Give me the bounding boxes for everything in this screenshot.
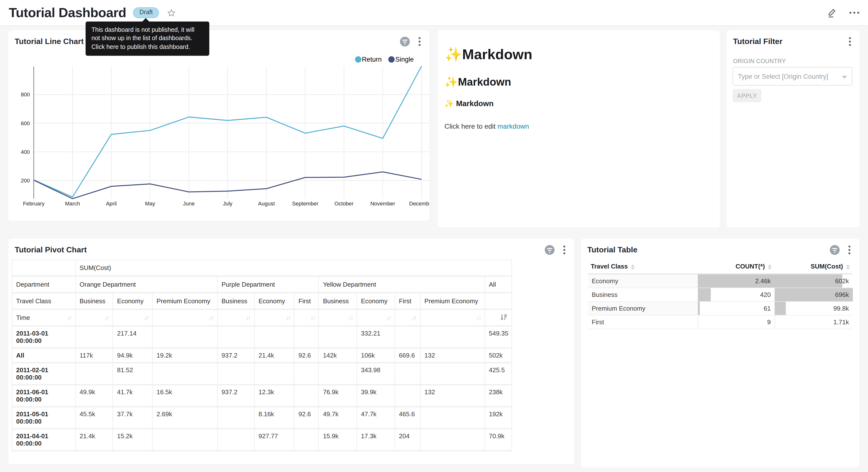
pivot-cell: 15.2k — [113, 429, 152, 451]
pivot-cell: 927.77 — [254, 429, 294, 451]
pivot-cell — [420, 407, 485, 429]
pivot-cell: 502k — [485, 348, 512, 363]
pivot-table: SUM(Cost)DepartmentOrange DepartmentPurp… — [12, 260, 512, 451]
table-card-icons — [830, 244, 852, 255]
page-title: Tutorial Dashboard — [9, 5, 126, 20]
sort-toggle-icon[interactable]: ↓↑ — [209, 314, 213, 321]
pivot-cell: 17.3k — [357, 429, 395, 451]
tutorial-table: Travel ClassCOUNT(*)SUM(Cost) Economy2.4… — [588, 259, 853, 329]
sort-toggle-icon[interactable]: ↓↑ — [412, 314, 416, 321]
pivot-cell: 39.9k — [357, 385, 395, 407]
sort-descending-icon[interactable] — [500, 314, 507, 321]
table-cell: Premium Economy — [588, 301, 698, 315]
pivot-cell: 47.7k — [357, 407, 395, 429]
pivot-class-header: Business — [75, 293, 113, 309]
sort-toggle-icon[interactable]: ↓↑ — [246, 314, 250, 321]
chart-legend: ReturnSingle — [355, 56, 414, 63]
pivot-class-header — [485, 293, 512, 309]
pivot-cell: 669.6 — [395, 348, 420, 363]
x-tick-label: December — [409, 201, 429, 207]
table-cell: 99.8k — [775, 301, 853, 315]
filter-card-title: Tutorial Filter — [733, 37, 782, 46]
pivot-sort-cell: ↓↑ — [319, 309, 357, 326]
pivot-cell: 76.9k — [319, 385, 357, 407]
pivot-cell: 937.2 — [217, 348, 254, 363]
x-tick-label: June — [183, 201, 195, 207]
filter-indicator-icon[interactable] — [545, 245, 555, 255]
pivot-metric-header: SUM(Cost) — [75, 260, 512, 276]
sort-toggle-icon[interactable]: ↓↑ — [476, 314, 480, 321]
pivot-cell — [294, 326, 319, 348]
pivot-cell: 132 — [420, 385, 485, 407]
origin-country-input[interactable] — [738, 72, 839, 80]
legend-item-single[interactable]: Single — [389, 56, 414, 63]
table-cell: First — [588, 315, 698, 329]
pivot-cell: 343.98 — [357, 363, 395, 385]
sort-toggle-icon[interactable]: ↓↑ — [348, 314, 352, 321]
table-card: Tutorial Table Travel ClassCOUNT(*)SUM(C… — [581, 239, 859, 468]
pivot-cell: 549.35 — [485, 326, 512, 348]
pivot-sort-cell: ↓↑ — [254, 309, 294, 326]
pivot-cell — [254, 363, 294, 385]
pivot-dept-label: Department — [12, 276, 75, 293]
table-row: Premium Economy6199.8k — [588, 301, 853, 315]
table-row: Economy2.46k602k — [588, 274, 853, 288]
pivot-cell — [395, 385, 420, 407]
origin-country-select[interactable] — [733, 67, 852, 86]
legend-dot — [389, 56, 395, 63]
table-cell: Business — [588, 288, 698, 301]
pivot-class-label: Travel Class — [12, 293, 75, 309]
sort-toggle-icon[interactable]: ↓↑ — [144, 314, 148, 321]
table-cell: 2.46k — [698, 274, 775, 288]
legend-item-return[interactable]: Return — [355, 56, 382, 63]
pivot-cell: 12.3k — [254, 385, 294, 407]
sort-toggle-icon[interactable]: ↓↑ — [386, 314, 391, 321]
apply-button[interactable]: APPLY — [733, 89, 762, 102]
x-tick-label: May — [145, 201, 155, 207]
pivot-sort-cell: ↓↑ — [75, 309, 113, 326]
sort-toggle-icon[interactable]: ↓↑ — [286, 314, 290, 321]
edit-dashboard-icon[interactable] — [827, 7, 837, 18]
sort-toggle-icon[interactable]: ↓↑ — [310, 314, 315, 321]
pivot-cell — [294, 363, 319, 385]
draft-badge[interactable]: Draft — [133, 7, 159, 18]
pivot-cell: 937.2 — [217, 385, 254, 407]
table-sort-header[interactable]: COUNT(*) — [698, 259, 775, 274]
filter-card: Tutorial Filter ORIGIN COUNTRY APPLY — [727, 30, 860, 228]
filter-menu-icon[interactable] — [847, 36, 853, 47]
chart-menu-icon[interactable] — [846, 244, 852, 255]
pivot-class-header: Economy — [357, 293, 395, 309]
pivot-cell: 49.9k — [75, 385, 113, 407]
pivot-cell: 204 — [395, 429, 420, 451]
pivot-class-header: Economy — [254, 293, 294, 309]
markdown-edit-link[interactable]: markdown — [497, 122, 529, 130]
y-tick-label: 200 — [21, 178, 30, 184]
pivot-class-header: Premium Economy — [152, 293, 217, 309]
table-row: First91.71k — [588, 315, 853, 329]
pivot-sort-cell: ↓↑ — [420, 309, 485, 326]
draft-tooltip: This dashboard is not published, it will… — [86, 22, 209, 56]
pivot-corner-cell — [12, 260, 75, 276]
pivot-cell: 21.4k — [254, 348, 294, 363]
pivot-row-header: 2011-05-01 00:00:00 — [12, 407, 75, 429]
chevron-down-icon — [842, 76, 847, 79]
table-cell: 602k — [775, 274, 853, 288]
filter-indicator-icon[interactable] — [830, 245, 840, 255]
favorite-star-icon[interactable] — [167, 8, 176, 18]
filter-card-icons — [847, 36, 853, 47]
table-sort-header[interactable]: SUM(Cost) — [775, 259, 853, 274]
pivot-cell — [152, 429, 217, 451]
sort-toggle-icon[interactable]: ↓↑ — [67, 314, 71, 321]
x-tick-label: November — [370, 201, 395, 207]
table-sort-header[interactable]: Travel Class — [588, 259, 698, 274]
more-actions-icon[interactable] — [847, 10, 861, 16]
pivot-cell: 192k — [485, 407, 512, 429]
pivot-cell: 2.69k — [152, 407, 217, 429]
chart-menu-icon[interactable] — [561, 244, 567, 255]
sort-toggle-icon[interactable]: ↓↑ — [104, 314, 109, 321]
pivot-cell — [319, 363, 357, 385]
pivot-sort-cell: ↓↑ — [294, 309, 319, 326]
pivot-data-row: 2011-06-01 00:00:0049.9k41.7k16.5k937.21… — [12, 385, 512, 407]
pivot-cell — [395, 363, 420, 385]
pivot-cell: 425.5 — [485, 363, 512, 385]
